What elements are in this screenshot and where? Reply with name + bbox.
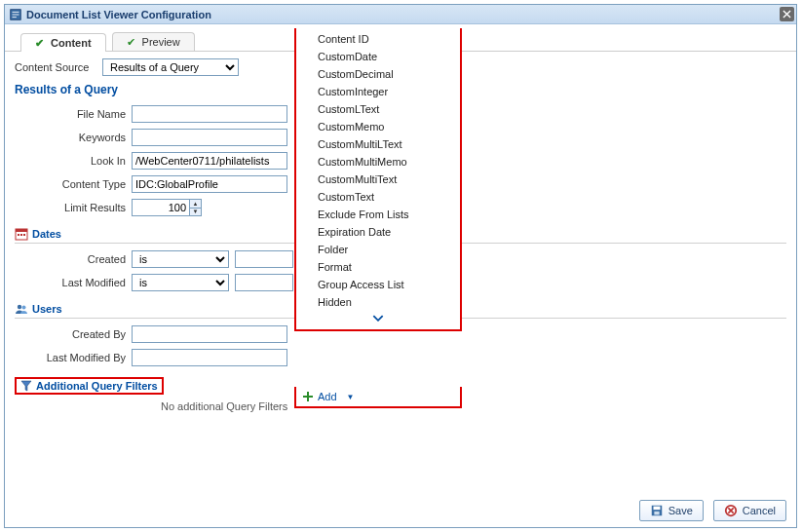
dropdown-item[interactable]: CustomDate [296, 48, 460, 65]
svg-rect-3 [18, 234, 19, 236]
no-filters-text: No additional Query Filters [161, 400, 786, 412]
cancel-label: Cancel [743, 505, 776, 516]
last-modified-by-input[interactable] [132, 349, 287, 366]
created-value-input[interactable] [235, 250, 293, 268]
close-button[interactable] [780, 7, 794, 21]
last-modified-label: Last Modified [15, 277, 132, 288]
tab-label: Preview [142, 36, 180, 48]
chevron-down-icon: ▼ [347, 393, 355, 401]
svg-rect-2 [16, 229, 27, 232]
look-in-input[interactable] [132, 152, 287, 170]
dialog-title: Document List Viewer Configuration [26, 9, 211, 20]
created-op-select[interactable]: is [132, 250, 229, 268]
last-modified-op-select[interactable]: is [132, 274, 229, 291]
tab-preview[interactable]: ✔ Preview [112, 32, 195, 51]
limit-results-input[interactable] [132, 199, 190, 216]
dropdown-item[interactable]: CustomText [296, 188, 460, 206]
dropdown-item[interactable]: CustomDecimal [296, 65, 460, 83]
dropdown-item[interactable]: Hidden [296, 293, 460, 311]
look-in-label: Look In [15, 155, 132, 167]
created-label: Created [15, 253, 132, 265]
dropdown-more[interactable] [296, 311, 460, 325]
save-icon [650, 504, 664, 517]
file-name-input[interactable] [132, 105, 287, 123]
content-source-select[interactable]: Results of a Query [102, 58, 239, 76]
plus-icon [302, 391, 314, 402]
content-panel: Content Source Results of a Query Result… [5, 52, 796, 418]
last-modified-value-input[interactable] [235, 274, 293, 291]
svg-rect-9 [653, 507, 660, 511]
keywords-label: Keywords [15, 132, 132, 143]
cancel-button[interactable]: Cancel [713, 500, 786, 521]
dialog-footer: Save Cancel [639, 500, 786, 521]
svg-rect-4 [20, 234, 22, 236]
tab-label: Content [51, 37, 92, 49]
save-label: Save [668, 505, 693, 516]
config-icon [9, 8, 22, 21]
additional-query-filters-header: Additional Query Filters [15, 377, 164, 395]
cancel-icon [724, 504, 738, 517]
filter-icon [20, 380, 32, 392]
spinner-down[interactable]: ▼ [190, 209, 201, 216]
users-title: Users [32, 303, 62, 315]
check-icon: ✔ [127, 36, 138, 48]
titlebar: Document List Viewer Configuration [5, 5, 796, 24]
add-label: Add [318, 391, 337, 402]
keywords-input[interactable] [132, 129, 287, 146]
tab-content[interactable]: ✔ Content [20, 33, 106, 52]
calendar-icon [15, 227, 28, 241]
dropdown-item[interactable]: CustomMemo [296, 118, 460, 135]
dropdown-item[interactable]: Group Access List [296, 276, 460, 293]
last-modified-by-label: Last Modified By [15, 352, 132, 363]
content-type-input[interactable] [132, 175, 287, 193]
dropdown-item[interactable]: Exclude From Lists [296, 206, 460, 223]
dialog: Document List Viewer Configuration ✔ Con… [4, 4, 797, 528]
save-button[interactable]: Save [639, 500, 704, 521]
add-filter-button[interactable]: Add ▼ [294, 387, 462, 408]
dropdown-item[interactable]: Expiration Date [296, 223, 460, 241]
check-icon: ✔ [35, 37, 47, 49]
dropdown-item[interactable]: CustomInteger [296, 83, 460, 100]
content-type-label: Content Type [15, 178, 132, 190]
filter-field-dropdown: Content IDCustomDateCustomDecimalCustomI… [294, 28, 462, 331]
dropdown-item[interactable]: Format [296, 258, 460, 276]
limit-results-spinner: ▲ ▼ [132, 199, 202, 216]
dropdown-item[interactable]: CustomMultiMemo [296, 153, 460, 171]
aqf-title: Additional Query Filters [36, 380, 158, 392]
dropdown-item[interactable]: CustomLText [296, 100, 460, 118]
svg-point-6 [18, 305, 21, 309]
limit-results-label: Limit Results [15, 202, 132, 213]
spinner-up[interactable]: ▲ [190, 200, 201, 209]
content-source-label: Content Source [15, 61, 102, 73]
dropdown-item[interactable]: Folder [296, 241, 460, 258]
created-by-input[interactable] [132, 325, 287, 343]
created-by-label: Created By [15, 328, 132, 340]
svg-rect-10 [654, 512, 659, 515]
dates-title: Dates [32, 228, 61, 240]
users-icon [15, 302, 28, 316]
svg-rect-5 [23, 234, 25, 236]
dropdown-item[interactable]: CustomMultiText [296, 171, 460, 188]
dropdown-item[interactable]: CustomMultiLText [296, 135, 460, 153]
svg-point-7 [22, 306, 26, 310]
file-name-label: File Name [15, 108, 132, 120]
dropdown-item[interactable]: Content ID [296, 30, 460, 48]
